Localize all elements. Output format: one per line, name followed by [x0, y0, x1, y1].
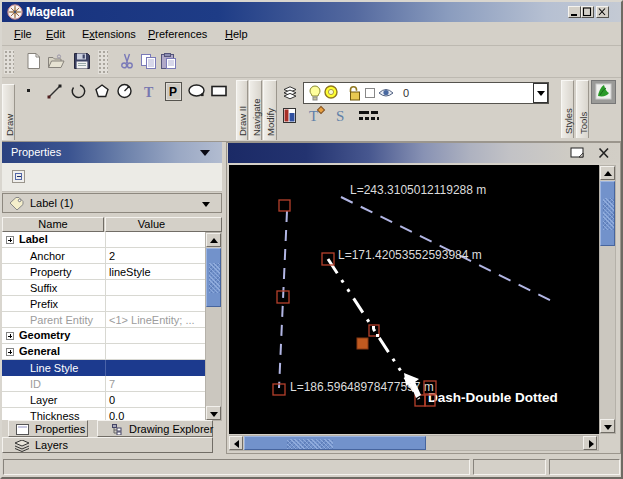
svg-text:T: T	[309, 108, 318, 124]
svg-text:S: S	[336, 108, 344, 124]
svg-text:L=171.42053552593984 m: L=171.42053552593984 m	[338, 248, 482, 262]
svg-text:P: P	[169, 85, 177, 99]
svg-text:Dash-Double Dotted: Dash-Double Dotted	[428, 390, 558, 405]
svg-text:L=243.3105012119288 m: L=243.3105012119288 m	[350, 183, 486, 197]
svg-text:T: T	[144, 85, 154, 100]
